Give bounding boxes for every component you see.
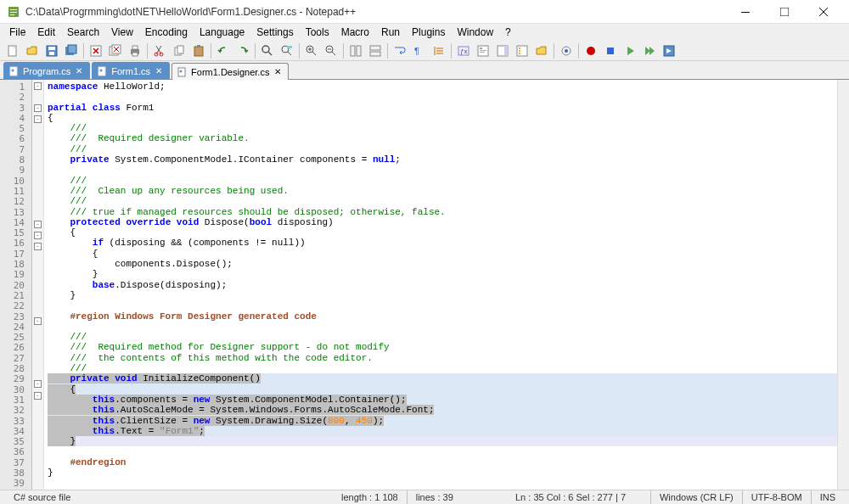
minimize-button[interactable] xyxy=(727,0,764,24)
wordwrap-icon[interactable] xyxy=(391,42,409,60)
svg-point-48 xyxy=(587,47,595,55)
new-file-icon[interactable] xyxy=(3,42,22,60)
svg-rect-9 xyxy=(49,52,54,55)
svg-rect-23 xyxy=(197,45,200,48)
title-bar: C:\Data\Progrmming\dotNET\HelloWorld\For… xyxy=(0,0,849,24)
code-editor[interactable]: namespace HelloWorld;partial class Form1… xyxy=(44,80,837,490)
tab-close-icon[interactable]: ✕ xyxy=(154,66,164,76)
svg-point-52 xyxy=(12,69,14,71)
status-position: Ln : 35 Col : 6 Sel : 277 | 7 xyxy=(507,490,651,504)
record-icon[interactable] xyxy=(582,42,600,60)
play-multi-icon[interactable] xyxy=(640,42,659,60)
menu-file[interactable]: File xyxy=(3,25,31,40)
window-title: C:\Data\Progrmming\dotNET\HelloWorld\For… xyxy=(25,6,727,18)
close-file-icon[interactable] xyxy=(87,42,105,60)
save-macro-icon[interactable] xyxy=(660,42,678,60)
lang-icon[interactable]: ƒx xyxy=(454,42,473,60)
doc-list-icon[interactable] xyxy=(493,42,512,60)
svg-rect-30 xyxy=(357,46,361,56)
svg-rect-26 xyxy=(287,46,292,48)
svg-point-47 xyxy=(565,49,568,53)
folder-tree-icon[interactable] xyxy=(532,42,551,60)
stop-icon[interactable] xyxy=(601,42,620,60)
menu-view[interactable]: View xyxy=(105,25,139,40)
svg-text:ƒx: ƒx xyxy=(460,48,467,55)
func-list-icon[interactable] xyxy=(513,42,531,60)
svg-rect-32 xyxy=(370,52,380,56)
fold-column[interactable]: --------- xyxy=(32,80,44,490)
svg-rect-31 xyxy=(370,46,380,50)
svg-point-54 xyxy=(100,69,103,71)
svg-rect-39 xyxy=(480,52,485,53)
svg-point-56 xyxy=(180,70,183,72)
zoom-out-icon[interactable] xyxy=(322,42,340,60)
svg-rect-17 xyxy=(132,53,138,56)
file-icon xyxy=(98,66,108,76)
menu-search[interactable]: Search xyxy=(61,25,105,40)
find-icon[interactable] xyxy=(258,42,277,60)
print-icon[interactable] xyxy=(126,42,144,60)
cut-icon[interactable] xyxy=(150,42,169,60)
show-all-chars-icon[interactable]: ¶ xyxy=(410,42,429,60)
tab-program[interactable]: Program.cs ✕ xyxy=(3,62,90,79)
svg-text:¶: ¶ xyxy=(414,46,419,56)
menu-tools[interactable]: Tools xyxy=(300,25,335,40)
vertical-scrollbar[interactable] xyxy=(837,80,849,490)
close-button[interactable] xyxy=(805,0,842,24)
status-eol[interactable]: Windows (CR LF) xyxy=(651,490,743,504)
menu-edit[interactable]: Edit xyxy=(31,25,61,40)
undo-icon[interactable] xyxy=(214,42,233,60)
toolbar: ¶ ƒx xyxy=(0,41,849,61)
svg-point-45 xyxy=(519,53,520,54)
tab-label: Form1.Designer.cs xyxy=(191,67,269,77)
svg-rect-3 xyxy=(10,14,14,15)
menu-run[interactable]: Run xyxy=(375,25,406,40)
menu-macro[interactable]: Macro xyxy=(335,25,375,40)
sync-v-icon[interactable] xyxy=(346,42,365,60)
menu-plugins[interactable]: Plugins xyxy=(406,25,451,40)
monitor-icon[interactable] xyxy=(557,42,576,60)
redo-icon[interactable] xyxy=(233,42,252,60)
play-icon[interactable] xyxy=(621,42,639,60)
app-icon xyxy=(7,5,20,19)
svg-rect-21 xyxy=(177,46,183,53)
replace-icon[interactable] xyxy=(278,42,296,60)
menu-settings[interactable]: Settings xyxy=(250,25,299,40)
tab-form1[interactable]: Form1.cs ✕ xyxy=(92,62,170,79)
svg-rect-22 xyxy=(194,47,203,56)
svg-rect-16 xyxy=(132,46,138,49)
file-icon xyxy=(177,67,188,77)
menu-help[interactable]: ? xyxy=(499,25,517,40)
close-all-icon[interactable] xyxy=(106,42,125,60)
save-icon[interactable] xyxy=(42,42,61,60)
svg-rect-1 xyxy=(10,9,17,10)
svg-rect-42 xyxy=(517,46,527,56)
open-file-icon[interactable] xyxy=(23,42,42,60)
tab-close-icon[interactable]: ✕ xyxy=(273,67,283,76)
indent-guide-icon[interactable] xyxy=(430,42,448,60)
line-number-gutter: 1234567891011121314151617181920212223242… xyxy=(0,80,32,490)
tab-label: Program.cs xyxy=(23,66,70,76)
svg-rect-5 xyxy=(780,8,789,16)
svg-rect-38 xyxy=(480,50,486,51)
svg-rect-29 xyxy=(351,46,355,56)
menu-encoding[interactable]: Encoding xyxy=(139,25,194,40)
status-mode[interactable]: INS xyxy=(812,490,844,504)
save-all-icon[interactable] xyxy=(62,42,81,60)
maximize-button[interactable] xyxy=(766,0,803,24)
doc-map-icon[interactable] xyxy=(474,42,492,60)
paste-icon[interactable] xyxy=(189,42,208,60)
svg-point-43 xyxy=(519,48,520,49)
tab-label: Form1.cs xyxy=(111,66,150,76)
copy-icon[interactable] xyxy=(170,42,188,60)
svg-point-44 xyxy=(519,50,520,52)
zoom-in-icon[interactable] xyxy=(302,42,321,60)
status-encoding[interactable]: UTF-8-BOM xyxy=(743,490,812,504)
menu-bar: File Edit Search View Encoding Language … xyxy=(0,24,849,41)
tab-form1-designer[interactable]: Form1.Designer.cs ✕ xyxy=(171,63,289,80)
tab-close-icon[interactable]: ✕ xyxy=(74,66,84,76)
menu-language[interactable]: Language xyxy=(194,25,250,40)
sync-h-icon[interactable] xyxy=(366,42,385,60)
menu-window[interactable]: Window xyxy=(451,25,499,40)
editor-area: 1234567891011121314151617181920212223242… xyxy=(0,80,849,490)
